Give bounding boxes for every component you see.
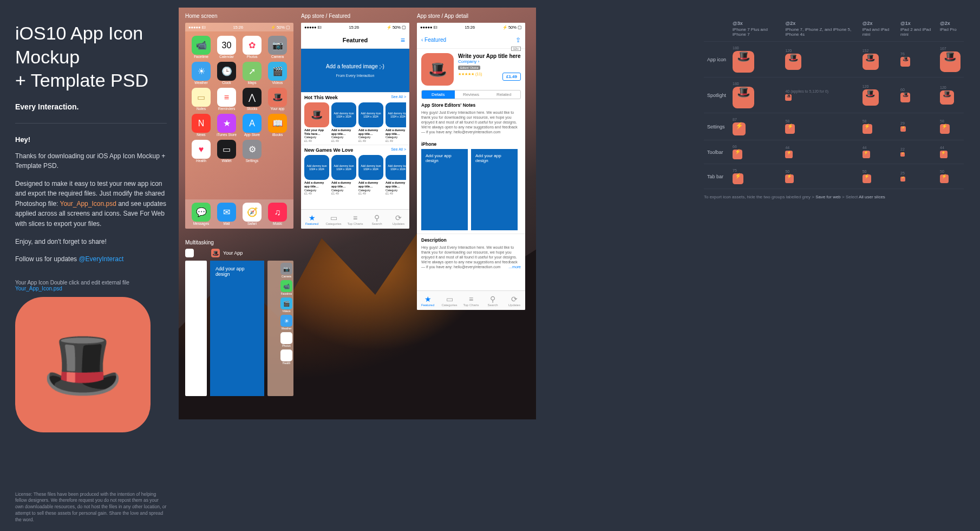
mockup-app-store-detail: ●●●●● EI15:26⚡ 50% ▢ ‹ Featured⇪ 🎩 Write… [417,23,525,310]
photoshop-canvas: Home screen App store / Featured App sto… [179,8,536,419]
app-videos[interactable]: 🎬Videos [266,62,289,85]
app-weather[interactable]: ☀Weather [190,62,213,85]
label-detail: App store / App detail [417,13,468,19]
dock-music[interactable]: ♫Music [268,203,287,225]
mockup-multitask: 🎩 Your App Add your app design 📷Camera📹F… [185,249,293,417]
brand: Every Interaction. [15,102,167,111]
info-sidebar: iOS10 App Icon Mockup + Template PSD Eve… [15,22,167,432]
app-ibooks[interactable]: 📖iBooks [266,114,289,137]
greeting: Hey! [15,135,167,144]
psd-link[interactable]: Your_App_Icon.psd [60,200,116,208]
featured-hero: Add a featured image ;-) From Every Inte… [301,49,409,92]
app-card[interactable]: Add dummy icon 1024 x 1024Add a dummy ap… [331,155,356,195]
icon-size-table: @3xiPhone 7 Plus and iPhone 7@2xiPhone 7… [704,16,964,199]
share-icon[interactable]: ⇪ [515,36,521,44]
featured-nav: Featured [301,31,409,49]
app-notes[interactable]: ▭Notes [190,88,213,111]
buy-button[interactable]: £1.49 [502,73,521,81]
psd-edit-label: Your App Icon Double click and edit exte… [15,280,167,292]
app-card[interactable]: Add dummy icon 1024 x 1024Add a dummy ap… [358,155,383,195]
label-featured: App store / Featured [301,13,350,19]
mockup-app-store-featured: ●●●●● EI15:26⚡ 50% ▢ Featured Add a feat… [301,23,409,229]
app-icon: 🎩 [421,53,454,86]
app-wallet[interactable]: ▭Wallet [215,140,238,163]
tab-updates[interactable]: ⟳Updates [388,210,409,229]
app-card[interactable]: Add dummy icon 1024 x 1024Add a dummy ap… [331,102,356,143]
tab-featured[interactable]: ★Featured [301,210,323,229]
body-text: Thanks for downloading our iOS App Icon … [15,151,167,264]
app-card[interactable]: Add dummy icon 1024 x 1024Add a dummy ap… [358,102,383,143]
mockup-home-screen: ●●●●● EI15:26⚡ 50% ▢ 📹Facetime30Calendar… [185,23,293,229]
app-calendar[interactable]: 30Calendar [215,36,238,59]
label-home: Home screen [185,13,217,19]
tab-top-charts[interactable]: ≡Top Charts [344,210,366,229]
back-button[interactable]: ‹ Featured [421,37,446,43]
screenshot-1: Add your app design [421,149,468,230]
twitter-link[interactable]: @EveryInteract [79,255,123,263]
tab-updates[interactable]: ⟳Updates [504,291,525,310]
app-facetime[interactable]: 📹Facetime [190,36,213,59]
app-camera[interactable]: 📷Camera [266,36,289,59]
dock-messages[interactable]: 💬Messages [192,203,211,225]
tab-top-charts[interactable]: ≡Top Charts [460,291,482,310]
app-app-store[interactable]: AApp Store [240,114,264,137]
app-card[interactable]: Add dummy icon 1024 x 1024Add a dummy ap… [304,155,329,195]
export-note: To export icon assets, hide the two grou… [704,195,964,199]
app-news[interactable]: NNews [190,114,213,137]
tab-search[interactable]: ⚲Search [366,210,388,229]
divider [15,123,167,124]
app-stocks[interactable]: ⋀Stocks [240,88,264,111]
screenshot-2: Add your app design [471,149,518,230]
tab-categories[interactable]: ▭Categories [439,291,460,310]
app-card[interactable]: 🎩Add your App Title here…Category£1.49 [304,102,329,143]
tab-search[interactable]: ⚲Search [482,291,504,310]
segmented-control[interactable]: Details Reviews Related [421,90,521,99]
app-clock[interactable]: 🕒Clock [215,62,238,85]
dock-safari[interactable]: 🧭Safari [243,203,262,225]
main-title: iOS10 App Icon Mockup + Template PSD [15,22,167,93]
your-app-icon-large[interactable]: 🎩 [15,297,151,432]
app-health[interactable]: ♥Health [190,140,213,163]
app-photos[interactable]: ✿Photos [240,36,264,59]
app-maps[interactable]: ➚Maps [240,62,264,85]
app-your-app[interactable]: 🎩Your app [266,88,289,111]
app-settings[interactable]: ⚙Settings [240,140,264,163]
app-card[interactable]: Add dummy icon 1024 x 1024Add a dummy ap… [386,102,406,143]
app-itunes-store[interactable]: ★iTunes Store [215,114,238,137]
license-text: License: These files have been produced … [15,491,167,523]
app-reminders[interactable]: ≡Reminders [215,88,238,111]
tab-categories[interactable]: ▭Categories [323,210,344,229]
label-multitask: Multitasking [185,239,214,245]
tab-featured[interactable]: ★Featured [417,291,439,310]
app-card[interactable]: Add dummy icon 1024 x 1024Add a dummy ap… [386,155,406,195]
dock-mail[interactable]: ✉Mail [217,203,236,225]
